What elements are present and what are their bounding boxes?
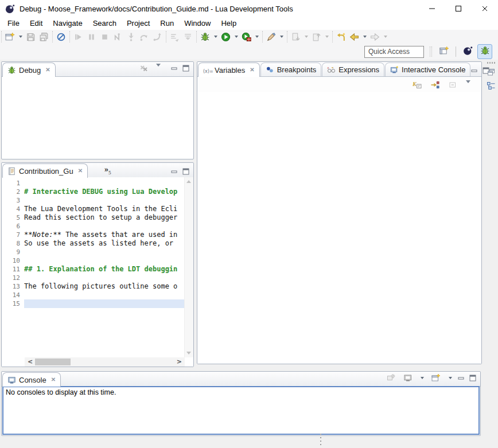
tab-variables[interactable]: (x)=Variables✕ xyxy=(198,63,260,77)
close-icon[interactable]: ✕ xyxy=(45,67,50,73)
editor-overflow-button[interactable]: » 5 xyxy=(104,166,111,176)
view-menu-button[interactable] xyxy=(155,63,166,74)
editor-line-8[interactable]: 8So use the assets as listed here, or xyxy=(2,239,185,248)
debug-perspective-button[interactable] xyxy=(477,44,492,59)
variables-content[interactable] xyxy=(197,92,481,364)
scroll-left-icon[interactable]: < xyxy=(28,358,33,365)
use-step-filters-icon xyxy=(170,32,180,42)
dropdown-arrow-icon[interactable] xyxy=(363,36,367,38)
line-text xyxy=(24,196,185,205)
editor-line-14[interactable]: 14 xyxy=(2,291,185,299)
close-icon[interactable]: ✕ xyxy=(78,168,83,174)
editor-horizontal-scrollbar[interactable]: < > xyxy=(25,357,185,367)
tab-debug[interactable]: Debug ✕ xyxy=(2,63,56,77)
editor-line-9[interactable]: 9 xyxy=(2,248,185,256)
console-tabbar: Console ✕ xyxy=(2,372,480,387)
dropdown-arrow-icon[interactable] xyxy=(449,377,452,379)
dropdown-arrow-icon[interactable] xyxy=(421,377,424,379)
menu-window[interactable]: Window xyxy=(179,17,216,30)
new-wizard-button[interactable] xyxy=(4,31,16,43)
external-tools-button[interactable] xyxy=(265,31,277,43)
show-type-names-button[interactable]: K xyxy=(411,79,423,91)
maximize-view-button[interactable] xyxy=(469,375,477,381)
menu-file[interactable]: File xyxy=(2,17,25,30)
save-icon xyxy=(26,32,36,42)
tab-expressions[interactable]: x=Expressions xyxy=(322,63,384,76)
tab-breakpoints[interactable]: Breakpoints xyxy=(260,63,322,76)
dropdown-arrow-icon[interactable] xyxy=(305,36,308,38)
maximize-view-button[interactable] xyxy=(182,168,190,175)
minimize-view-button[interactable] xyxy=(171,65,178,72)
dropdown-arrow-icon[interactable] xyxy=(214,36,217,38)
editor-line-15[interactable]: 15 xyxy=(2,299,185,308)
console-icon xyxy=(7,376,16,384)
save-all-button xyxy=(38,31,50,43)
minimize-view-button[interactable] xyxy=(458,375,465,381)
scrollbar-thumb[interactable] xyxy=(35,359,71,365)
close-icon[interactable]: ✕ xyxy=(51,377,56,383)
scroll-up-icon[interactable] xyxy=(186,180,191,183)
open-console-button[interactable] xyxy=(430,372,442,384)
menu-run[interactable]: Run xyxy=(155,17,179,30)
outline-view-button[interactable] xyxy=(487,81,496,91)
tab-console[interactable]: Console ✕ xyxy=(2,372,61,387)
open-perspective-button[interactable] xyxy=(437,44,452,59)
debug-button[interactable] xyxy=(199,31,211,43)
dropdown-arrow-icon[interactable] xyxy=(280,36,283,38)
editor-line-2[interactable]: 2# Interactive DEBUG using Lua Develop xyxy=(2,188,185,196)
editor-line-7[interactable]: 7**Note:** The assets that are used in xyxy=(2,231,185,239)
line-text: The following pictures outline some o xyxy=(24,282,185,291)
editor-line-5[interactable]: 5Read this section to setup a debugger xyxy=(2,213,185,222)
drag-handle-icon[interactable] xyxy=(487,62,495,64)
view-menu-button[interactable] xyxy=(465,79,476,91)
editor-line-10[interactable]: 10 xyxy=(2,256,185,265)
menu-navigate[interactable]: Navigate xyxy=(48,17,87,30)
menu-edit[interactable]: Edit xyxy=(25,17,48,30)
dropdown-arrow-icon[interactable] xyxy=(235,36,238,38)
editor-line-6[interactable]: 6 xyxy=(2,222,185,231)
dropdown-arrow-icon[interactable] xyxy=(255,36,259,38)
toolbar-grip[interactable] xyxy=(430,46,432,57)
editor-vertical-scrollbar[interactable] xyxy=(184,177,193,357)
editor-line-11[interactable]: 11## 1. Explanation of the LDT debuggin xyxy=(2,265,185,274)
minimize-view-button[interactable] xyxy=(171,168,178,175)
dropdown-arrow-icon[interactable] xyxy=(19,36,22,38)
view-menu-icon xyxy=(466,80,475,89)
editor-line-4[interactable]: 4The Lua Development Tools in the Ecli xyxy=(2,205,185,213)
window-close-button[interactable] xyxy=(472,0,498,17)
close-icon[interactable]: ✕ xyxy=(250,67,254,73)
quick-access-input[interactable]: Quick Access xyxy=(364,46,424,58)
debug-view-toolbar xyxy=(138,63,193,76)
editor-line-13[interactable]: 13The following pictures outline some o xyxy=(2,282,185,291)
step-into-button xyxy=(125,31,137,43)
menu-help[interactable]: Help xyxy=(216,17,242,30)
window-minimize-button[interactable] xyxy=(419,0,445,17)
tab-interactive-console[interactable]: Interactive Console xyxy=(385,63,470,76)
scroll-down-icon[interactable] xyxy=(186,352,191,354)
console-content[interactable]: No consoles to display at this time. xyxy=(2,386,480,435)
maximize-view-button[interactable] xyxy=(182,65,190,72)
editor-content[interactable]: 12# Interactive DEBUG using Lua Develop3… xyxy=(2,177,193,367)
editor-line-3[interactable]: 3 xyxy=(2,196,185,205)
lua-perspective-button[interactable] xyxy=(460,44,475,59)
tab-contribution-guide[interactable]: Contribution_Gu ✕ xyxy=(2,163,88,178)
skip-all-breakpoints-button[interactable] xyxy=(55,31,67,43)
scroll-right-icon[interactable]: > xyxy=(177,358,182,365)
dropdown-arrow-icon[interactable] xyxy=(384,36,387,38)
show-logical-structures-button[interactable] xyxy=(429,79,441,91)
last-edit-location-button[interactable] xyxy=(335,31,347,43)
menu-project[interactable]: Project xyxy=(122,17,155,30)
coverage-button[interactable] xyxy=(240,31,252,43)
editor-line-1[interactable]: 1 xyxy=(2,179,185,188)
run-button[interactable] xyxy=(220,31,232,43)
display-console-button[interactable] xyxy=(402,372,414,384)
back-button[interactable] xyxy=(348,31,360,43)
editor-line-12[interactable]: 12 xyxy=(2,274,185,282)
editor-text-area[interactable]: 12# Interactive DEBUG using Lua Develop3… xyxy=(2,177,185,357)
sash-drag-handle[interactable] xyxy=(320,434,321,446)
dropdown-arrow-icon[interactable] xyxy=(325,36,329,38)
window-maximize-button[interactable] xyxy=(445,0,472,17)
restore-view-button[interactable] xyxy=(487,68,496,77)
minimize-view-button[interactable] xyxy=(471,67,478,74)
menu-search[interactable]: Search xyxy=(88,17,122,30)
